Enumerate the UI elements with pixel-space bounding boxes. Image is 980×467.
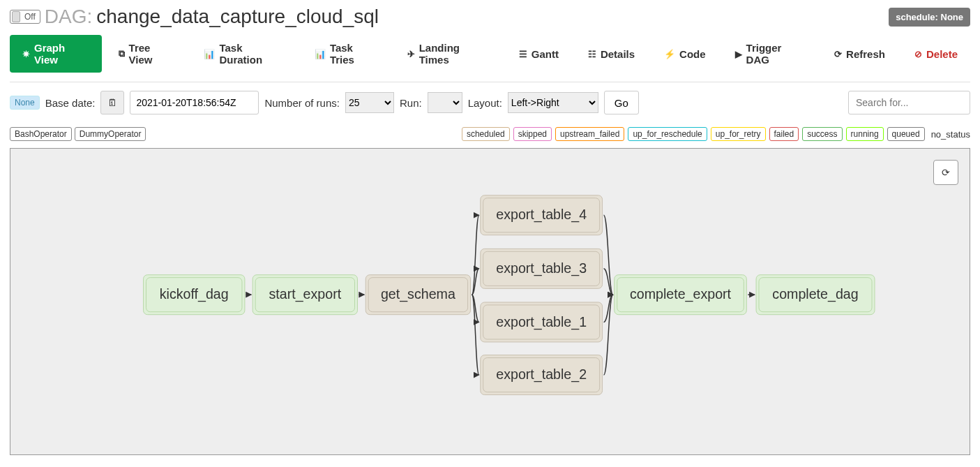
delete-icon: ⊘: [914, 49, 922, 59]
task-node-export_table_2[interactable]: export_table_2: [481, 355, 603, 395]
status-badge-success[interactable]: success: [802, 127, 842, 141]
status-legend: scheduledskippedupstream_failedup_for_re…: [462, 127, 970, 141]
svg-text:export_table_1: export_table_1: [496, 314, 587, 330]
task-node-get_schema[interactable]: get_schema: [365, 275, 470, 315]
svg-text:get_schema: get_schema: [381, 286, 455, 302]
graph-canvas[interactable]: ⟳ kickoff_dagstart_exportget_schemaexpor…: [10, 148, 970, 455]
refresh-icon: ⟳: [834, 49, 842, 59]
toggle-label: Off: [22, 12, 38, 22]
tries-icon: 📊: [315, 49, 326, 59]
refresh-icon: ⟳: [942, 167, 950, 178]
tab-details[interactable]: ☷Details: [575, 35, 647, 73]
base-date-input[interactable]: [130, 91, 259, 114]
status-badge-skipped[interactable]: skipped: [513, 127, 552, 141]
svg-text:export_table_4: export_table_4: [496, 207, 587, 223]
task-node-start_export[interactable]: start_export: [252, 275, 357, 315]
view-tabs: ✷Graph View ⧉Tree View 📊Task Duration 📊T…: [0, 28, 980, 73]
svg-text:export_table_3: export_table_3: [496, 260, 587, 276]
run-label: Run:: [400, 97, 422, 109]
tab-task-tries[interactable]: 📊Task Tries: [302, 35, 391, 73]
status-badge-scheduled[interactable]: scheduled: [462, 127, 510, 141]
calendar-button[interactable]: 🗓: [100, 91, 124, 114]
plane-icon: ✈: [407, 49, 415, 59]
run-state-pill: None: [10, 96, 40, 110]
search-input[interactable]: [848, 91, 970, 114]
tab-tree-view[interactable]: ⧉Tree View: [106, 35, 188, 73]
layout-label: Layout:: [468, 97, 502, 109]
dag-prefix: DAG:: [45, 6, 92, 28]
tab-delete[interactable]: ⊘Delete: [902, 35, 970, 73]
task-node-export_table_3[interactable]: export_table_3: [481, 249, 603, 288]
tab-refresh[interactable]: ⟳Refresh: [822, 35, 898, 73]
task-node-complete_dag[interactable]: complete_dag: [756, 275, 875, 315]
task-node-export_table_4[interactable]: export_table_4: [481, 195, 603, 235]
num-runs-select[interactable]: 25: [345, 92, 394, 113]
task-node-export_table_1[interactable]: export_table_1: [481, 302, 603, 342]
svg-text:complete_dag: complete_dag: [772, 286, 858, 302]
base-date-label: Base date:: [45, 97, 96, 109]
schedule-badge: schedule: None: [889, 8, 970, 27]
status-badge-upstream_failed[interactable]: upstream_failed: [555, 127, 624, 141]
svg-text:kickoff_dag: kickoff_dag: [160, 286, 229, 302]
tab-gantt[interactable]: ☰Gantt: [506, 35, 571, 73]
svg-text:complete_export: complete_export: [630, 286, 732, 302]
calendar-icon: 🗓: [107, 97, 117, 108]
operator-badge-dummy[interactable]: DummyOperator: [75, 127, 146, 141]
status-badge-failed[interactable]: failed: [769, 127, 799, 141]
dag-name: change_data_capture_cloud_sql: [96, 6, 379, 28]
tab-graph-view[interactable]: ✷Graph View: [10, 35, 102, 73]
run-select[interactable]: [428, 92, 462, 113]
task-node-complete_export[interactable]: complete_export: [615, 275, 747, 315]
status-badge-running[interactable]: running: [846, 127, 884, 141]
tab-trigger-dag[interactable]: ▶Trigger DAG: [723, 35, 818, 73]
tree-icon: ⧉: [119, 48, 125, 59]
status-badge-queued[interactable]: queued: [887, 127, 925, 141]
status-badge-up_for_reschedule[interactable]: up_for_reschedule: [628, 127, 707, 141]
list-icon: ☷: [588, 49, 596, 59]
svg-text:start_export: start_export: [269, 286, 342, 302]
tab-landing-times[interactable]: ✈Landing Times: [395, 35, 502, 73]
layout-select[interactable]: Left->Right: [508, 92, 598, 113]
tab-code[interactable]: ⚡Code: [651, 35, 718, 73]
legend-row: BashOperator DummyOperator scheduledskip…: [0, 123, 980, 148]
chart-icon: 📊: [204, 49, 215, 59]
gantt-icon: ☰: [519, 49, 527, 59]
play-icon: ▶: [735, 49, 742, 59]
go-button[interactable]: Go: [604, 91, 639, 114]
task-node-kickoff_dag[interactable]: kickoff_dag: [144, 275, 245, 315]
operator-badge-bash[interactable]: BashOperator: [10, 127, 72, 141]
bolt-icon: ⚡: [664, 49, 675, 59]
toggle-knob: [12, 11, 20, 22]
dag-toggle[interactable]: Off: [10, 10, 40, 24]
status-badge-up_for_retry[interactable]: up_for_retry: [711, 127, 766, 141]
controls-bar: None Base date: 🗓 Number of runs: 25 Run…: [0, 82, 980, 123]
tab-task-duration[interactable]: 📊Task Duration: [191, 35, 297, 73]
graph-icon: ✷: [22, 49, 30, 59]
num-runs-label: Number of runs:: [264, 97, 340, 109]
graph-refresh-button[interactable]: ⟳: [933, 160, 958, 185]
svg-text:export_table_2: export_table_2: [496, 366, 587, 383]
no-status-label: no_status: [931, 129, 970, 140]
